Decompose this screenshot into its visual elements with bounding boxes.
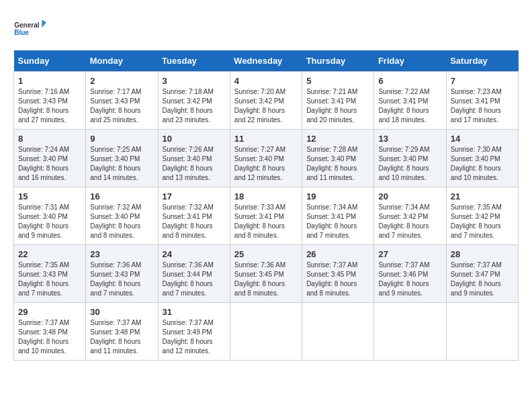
day-number: 31 [163, 307, 226, 317]
day-info: Sunrise: 7:30 AM Sunset: 3:40 PM Dayligh… [451, 145, 514, 183]
day-cell-20: 20Sunrise: 7:34 AM Sunset: 3:42 PM Dayli… [374, 187, 446, 245]
col-header-thursday: Thursday [302, 50, 374, 72]
day-info: Sunrise: 7:37 AM Sunset: 3:47 PM Dayligh… [451, 261, 514, 298]
empty-cell [374, 303, 446, 361]
day-cell-14: 14Sunrise: 7:30 AM Sunset: 3:40 PM Dayli… [446, 130, 518, 187]
day-info: Sunrise: 7:32 AM Sunset: 3:41 PM Dayligh… [163, 203, 226, 240]
day-number: 28 [451, 249, 514, 259]
day-info: Sunrise: 7:36 AM Sunset: 3:44 PM Dayligh… [163, 261, 226, 298]
day-number: 29 [18, 307, 81, 317]
day-info: Sunrise: 7:36 AM Sunset: 3:43 PM Dayligh… [90, 261, 153, 298]
day-cell-3: 3Sunrise: 7:18 AM Sunset: 3:42 PM Daylig… [158, 72, 230, 130]
day-info: Sunrise: 7:17 AM Sunset: 3:43 PM Dayligh… [90, 87, 153, 125]
day-number: 19 [306, 191, 369, 201]
day-number: 2 [90, 76, 153, 86]
day-cell-16: 16Sunrise: 7:32 AM Sunset: 3:40 PM Dayli… [86, 187, 158, 245]
svg-text:General: General [14, 21, 39, 29]
svg-text:Blue: Blue [14, 29, 29, 36]
day-number: 4 [234, 76, 298, 86]
col-header-sunday: Sunday [14, 50, 86, 72]
day-info: Sunrise: 7:37 AM Sunset: 3:46 PM Dayligh… [378, 261, 441, 298]
day-cell-4: 4Sunrise: 7:20 AM Sunset: 3:42 PM Daylig… [230, 72, 302, 130]
day-info: Sunrise: 7:33 AM Sunset: 3:41 PM Dayligh… [234, 203, 298, 240]
day-cell-19: 19Sunrise: 7:34 AM Sunset: 3:41 PM Dayli… [302, 187, 374, 245]
day-number: 12 [306, 134, 369, 144]
day-number: 5 [306, 76, 369, 86]
day-info: Sunrise: 7:24 AM Sunset: 3:40 PM Dayligh… [18, 145, 81, 183]
day-number: 3 [163, 76, 226, 86]
page-header: General Blue [13, 13, 519, 44]
day-info: Sunrise: 7:23 AM Sunset: 3:41 PM Dayligh… [451, 87, 514, 125]
day-number: 14 [451, 134, 514, 144]
day-cell-23: 23Sunrise: 7:36 AM Sunset: 3:43 PM Dayli… [86, 245, 158, 303]
day-number: 30 [90, 307, 153, 317]
day-cell-30: 30Sunrise: 7:37 AM Sunset: 3:48 PM Dayli… [86, 303, 158, 361]
day-cell-8: 8Sunrise: 7:24 AM Sunset: 3:40 PM Daylig… [14, 130, 86, 187]
logo: General Blue [13, 13, 47, 44]
day-info: Sunrise: 7:31 AM Sunset: 3:40 PM Dayligh… [18, 203, 81, 240]
day-number: 26 [306, 249, 369, 259]
day-number: 11 [234, 134, 298, 144]
day-cell-9: 9Sunrise: 7:25 AM Sunset: 3:40 PM Daylig… [86, 130, 158, 187]
day-number: 6 [378, 76, 441, 86]
day-cell-28: 28Sunrise: 7:37 AM Sunset: 3:47 PM Dayli… [446, 245, 518, 303]
day-info: Sunrise: 7:26 AM Sunset: 3:40 PM Dayligh… [163, 145, 226, 183]
day-number: 23 [90, 249, 153, 259]
day-info: Sunrise: 7:29 AM Sunset: 3:40 PM Dayligh… [378, 145, 441, 183]
day-info: Sunrise: 7:16 AM Sunset: 3:43 PM Dayligh… [18, 87, 81, 125]
empty-cell [446, 303, 518, 361]
day-cell-1: 1Sunrise: 7:16 AM Sunset: 3:43 PM Daylig… [14, 72, 86, 130]
day-cell-6: 6Sunrise: 7:22 AM Sunset: 3:41 PM Daylig… [374, 72, 446, 130]
day-info: Sunrise: 7:34 AM Sunset: 3:42 PM Dayligh… [378, 203, 441, 240]
day-info: Sunrise: 7:25 AM Sunset: 3:40 PM Dayligh… [90, 145, 153, 183]
day-cell-2: 2Sunrise: 7:17 AM Sunset: 3:43 PM Daylig… [86, 72, 158, 130]
day-number: 1 [18, 76, 81, 86]
day-cell-10: 10Sunrise: 7:26 AM Sunset: 3:40 PM Dayli… [158, 130, 230, 187]
day-info: Sunrise: 7:37 AM Sunset: 3:45 PM Dayligh… [306, 261, 369, 298]
day-cell-7: 7Sunrise: 7:23 AM Sunset: 3:41 PM Daylig… [446, 72, 518, 130]
day-info: Sunrise: 7:37 AM Sunset: 3:48 PM Dayligh… [90, 318, 153, 356]
day-cell-18: 18Sunrise: 7:33 AM Sunset: 3:41 PM Dayli… [230, 187, 302, 245]
day-number: 15 [18, 191, 81, 201]
day-info: Sunrise: 7:27 AM Sunset: 3:40 PM Dayligh… [234, 145, 298, 183]
day-info: Sunrise: 7:36 AM Sunset: 3:45 PM Dayligh… [234, 261, 298, 298]
day-cell-17: 17Sunrise: 7:32 AM Sunset: 3:41 PM Dayli… [158, 187, 230, 245]
day-number: 10 [163, 134, 226, 144]
day-cell-11: 11Sunrise: 7:27 AM Sunset: 3:40 PM Dayli… [230, 130, 302, 187]
day-info: Sunrise: 7:35 AM Sunset: 3:43 PM Dayligh… [18, 261, 81, 298]
day-info: Sunrise: 7:37 AM Sunset: 3:49 PM Dayligh… [163, 318, 226, 356]
logo-svg: General Blue [13, 13, 47, 44]
day-info: Sunrise: 7:28 AM Sunset: 3:40 PM Dayligh… [306, 145, 369, 183]
day-number: 17 [163, 191, 226, 201]
empty-cell [302, 303, 374, 361]
day-cell-31: 31Sunrise: 7:37 AM Sunset: 3:49 PM Dayli… [158, 303, 230, 361]
day-info: Sunrise: 7:32 AM Sunset: 3:40 PM Dayligh… [90, 203, 153, 240]
day-number: 21 [451, 191, 514, 201]
empty-cell [230, 303, 302, 361]
col-header-saturday: Saturday [446, 50, 518, 72]
day-number: 9 [90, 134, 153, 144]
day-number: 16 [90, 191, 153, 201]
day-cell-29: 29Sunrise: 7:37 AM Sunset: 3:48 PM Dayli… [14, 303, 86, 361]
day-info: Sunrise: 7:21 AM Sunset: 3:41 PM Dayligh… [306, 87, 369, 125]
day-cell-25: 25Sunrise: 7:36 AM Sunset: 3:45 PM Dayli… [230, 245, 302, 303]
day-number: 25 [234, 249, 298, 259]
col-header-tuesday: Tuesday [158, 50, 230, 72]
col-header-wednesday: Wednesday [230, 50, 302, 72]
calendar-table: SundayMondayTuesdayWednesdayThursdayFrid… [13, 50, 519, 361]
day-cell-13: 13Sunrise: 7:29 AM Sunset: 3:40 PM Dayli… [374, 130, 446, 187]
day-info: Sunrise: 7:20 AM Sunset: 3:42 PM Dayligh… [234, 87, 298, 125]
day-cell-15: 15Sunrise: 7:31 AM Sunset: 3:40 PM Dayli… [14, 187, 86, 245]
day-cell-5: 5Sunrise: 7:21 AM Sunset: 3:41 PM Daylig… [302, 72, 374, 130]
day-number: 22 [18, 249, 81, 259]
day-number: 7 [451, 76, 514, 86]
day-number: 13 [378, 134, 441, 144]
day-info: Sunrise: 7:37 AM Sunset: 3:48 PM Dayligh… [18, 318, 81, 356]
day-cell-24: 24Sunrise: 7:36 AM Sunset: 3:44 PM Dayli… [158, 245, 230, 303]
day-number: 8 [18, 134, 81, 144]
day-cell-27: 27Sunrise: 7:37 AM Sunset: 3:46 PM Dayli… [374, 245, 446, 303]
day-cell-22: 22Sunrise: 7:35 AM Sunset: 3:43 PM Dayli… [14, 245, 86, 303]
day-info: Sunrise: 7:22 AM Sunset: 3:41 PM Dayligh… [378, 87, 441, 125]
day-number: 18 [234, 191, 298, 201]
day-cell-12: 12Sunrise: 7:28 AM Sunset: 3:40 PM Dayli… [302, 130, 374, 187]
